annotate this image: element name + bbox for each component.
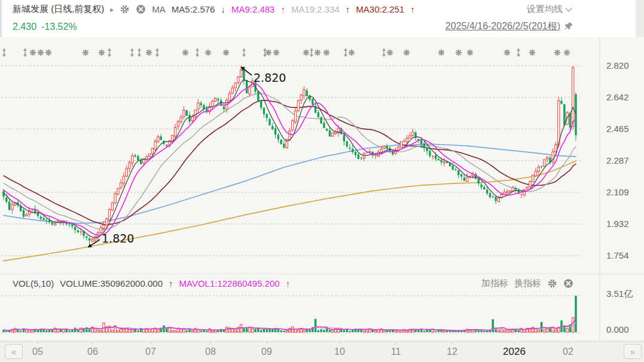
chevron-down-icon	[565, 5, 572, 11]
x-axis-label[interactable]: 07	[145, 346, 156, 357]
change-percent: -13.52%	[41, 22, 77, 32]
price-axis-label: 1.754	[606, 250, 629, 260]
date-range-box: 2025/4/16-2026/2/5(201根)	[445, 19, 573, 34]
volume-header: VOL(5,10) VOLUME:350962000.000 ↑ MAVOL1:…	[0, 275, 290, 291]
ma19-arrow: ↑	[346, 4, 350, 14]
ma-settings-button[interactable]: 设置均线	[527, 0, 571, 19]
x-axis-label[interactable]: 10	[334, 346, 345, 357]
ma9-arrow: ↑	[280, 4, 285, 14]
volume-arrow: ↑	[169, 278, 173, 289]
ma9-value: MA9:2.483	[231, 4, 275, 14]
gear-icon[interactable]	[120, 4, 130, 14]
price-annotation: 1.820	[102, 232, 134, 245]
scroll-right-button[interactable]: »	[624, 344, 642, 359]
mavol-arrow: ↑	[286, 278, 291, 289]
ma19-value: MA19:2.334	[291, 4, 340, 14]
expand-triangle-icon[interactable]: ▸	[110, 5, 114, 14]
switch-indicator-button[interactable]: 换指标	[514, 278, 541, 289]
instrument-title: 新城发展 (日线,前复权)	[13, 4, 104, 15]
pin-icon[interactable]	[564, 22, 573, 31]
x-axis-label[interactable]: 02	[563, 346, 573, 357]
price-axis-label: 2.642	[606, 92, 629, 102]
volume-value: VOLUME:350962000.000	[60, 278, 163, 289]
volume-header-right: 加指标 换指标	[481, 275, 573, 291]
x-axis-label[interactable]: 05	[32, 346, 43, 357]
price-volume-chart[interactable]: 2.8201.8202.8202.6422.4652.2872.1091.932…	[0, 0, 644, 362]
price-axis-label: 2.109	[606, 187, 629, 197]
last-price: 2.430	[13, 22, 36, 32]
price-axis-label: 2.465	[606, 124, 629, 134]
price-axis-label: 1.932	[606, 219, 629, 229]
price-axis-label: 2.287	[606, 155, 629, 165]
x-axis-label[interactable]: 11	[391, 346, 401, 357]
ma5-arrow: ↓	[221, 4, 225, 14]
price-axis-label: 2.820	[606, 60, 629, 70]
price-change-row: 2.430 -13.52%	[0, 19, 77, 35]
x-axis-label[interactable]: 06	[87, 346, 98, 357]
price-annotation: 2.820	[254, 71, 286, 84]
x-axis-label[interactable]: 08	[205, 346, 216, 357]
close-icon[interactable]	[563, 278, 573, 289]
chart-header: 新城发展 (日线,前复权) ▸ MA MA5:2.576 ↓ MA9:2.483…	[0, 0, 415, 19]
mavol-value: MAVOL1:122860495.200	[179, 278, 280, 289]
ma-prefix-label: MA	[152, 4, 166, 14]
stock-chart-window: 2.8201.8202.8202.6422.4652.2872.1091.932…	[0, 0, 644, 362]
vol-indicator-name: VOL(5,10)	[13, 278, 54, 289]
ma-settings-label: 设置均线	[527, 4, 563, 15]
gear-icon[interactable]	[547, 278, 557, 289]
scroll-left-button[interactable]: «	[5, 344, 23, 359]
volume-axis-label: 0.000	[606, 324, 629, 335]
ma30-arrow: ↑	[410, 4, 415, 14]
date-range-link[interactable]: 2025/4/16-2026/2/5(201根)	[445, 20, 560, 33]
add-indicator-button[interactable]: 加指标	[481, 278, 508, 289]
ma30-value: MA30:2.251	[356, 4, 404, 14]
x-axis-label[interactable]: 2026	[503, 346, 526, 357]
close-icon[interactable]	[136, 4, 146, 14]
x-axis-label[interactable]: 09	[261, 346, 272, 357]
ma5-value: MA5:2.576	[172, 4, 215, 14]
x-axis-label[interactable]: 12	[447, 346, 457, 357]
volume-axis-label: 3.51亿	[606, 289, 633, 299]
